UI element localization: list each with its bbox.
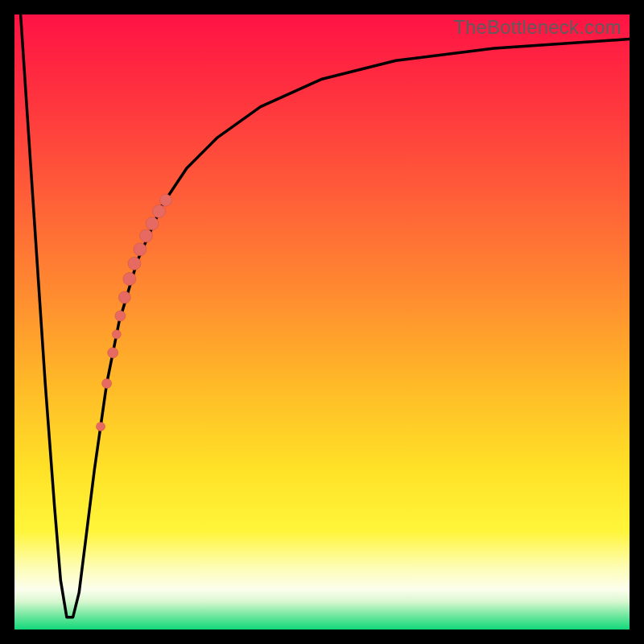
data-marker — [118, 291, 130, 303]
data-marker — [115, 311, 126, 321]
marker-layer — [14, 14, 630, 630]
data-marker — [123, 273, 136, 286]
data-marker — [97, 422, 105, 431]
watermark-text: TheBottleneck.com — [453, 16, 621, 39]
data-marker — [153, 205, 166, 218]
data-marker — [112, 330, 121, 339]
chart-frame: TheBottleneck.com — [0, 0, 644, 644]
data-marker — [128, 257, 141, 270]
data-marker — [134, 243, 147, 256]
data-marker — [159, 194, 171, 206]
data-marker — [140, 229, 153, 242]
data-marker — [108, 348, 118, 358]
data-marker — [146, 217, 159, 230]
data-marker — [102, 378, 112, 388]
plot-area: TheBottleneck.com — [14, 14, 630, 630]
